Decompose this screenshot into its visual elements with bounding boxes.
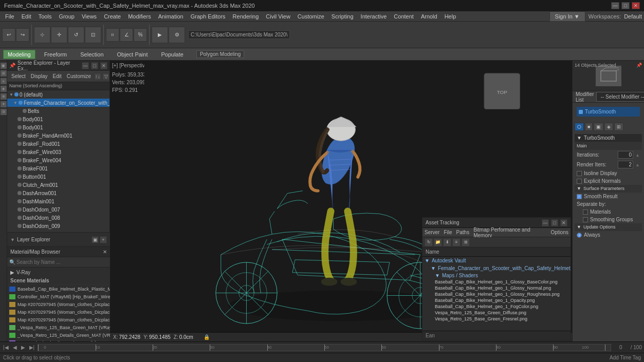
mat-item-2[interactable]: Map #2070297945 (Woman_clothes_Dicplace.… <box>7 300 110 308</box>
close-button[interactable]: ✕ <box>632 2 640 9</box>
tab-selection[interactable]: Selection <box>76 50 108 59</box>
menu-arnold[interactable]: Arnold <box>418 12 440 21</box>
polygon-modeling-label[interactable]: Polygon Modeling <box>196 50 245 58</box>
asset-file-1[interactable]: Baseball_Cap_Bike_Helmet_geo_1_Glossy_Ba… <box>422 279 571 285</box>
menu-graph-editors[interactable]: Graph Editors <box>188 12 229 21</box>
menu-create[interactable]: Create <box>101 12 124 21</box>
asset-menu-server[interactable]: Server <box>425 230 439 235</box>
asset-file-2[interactable]: Baseball_Cap_Bike_Helmet_geo_1_Glossy_No… <box>422 285 571 291</box>
undo-button[interactable]: ↩ <box>2 28 15 42</box>
turbosmooth-title[interactable]: ▼ TurboSmooth <box>575 134 642 142</box>
asset-file-4[interactable]: Baseball_Cap_Bike_Helmet_geo_1_Opacity.p… <box>422 297 571 303</box>
mat-search-input[interactable] <box>16 259 108 265</box>
timeline-play-btn[interactable]: ▶ <box>20 344 26 351</box>
tree-item-dashodom009[interactable]: DashOdom_009 <box>7 222 109 230</box>
menu-animation[interactable]: Animation <box>155 12 187 21</box>
menu-content[interactable]: Content <box>391 12 417 21</box>
tab-object-paint[interactable]: Object Paint <box>113 50 153 59</box>
asset-close-button[interactable]: ✕ <box>560 219 567 226</box>
layer-btn-1[interactable]: ▣ <box>91 236 99 243</box>
mat-item-6[interactable]: _Vespa_Retro_125_Details_Green_MAT (VRay… <box>7 331 110 339</box>
menu-file[interactable]: File <box>2 12 17 21</box>
asset-subgroup-file[interactable]: ▼ Female_Character_on_Scooter_with_Cap_S… <box>422 264 571 272</box>
sidebar-icon-4[interactable]: ◈ <box>1 86 7 92</box>
tab-populate[interactable]: Populate <box>156 50 188 59</box>
main-subsection[interactable]: Main <box>575 142 642 150</box>
mat-item-5[interactable]: _Vespa_Retro_125_Base_Green_MAT (VRayMtl… <box>7 323 110 331</box>
always-radio[interactable]: ● <box>577 233 582 238</box>
menu-modifiers[interactable]: Modifiers <box>125 12 154 21</box>
tree-item-body001-2[interactable]: Body001 <box>7 123 109 131</box>
tree-item-brakef-rod[interactable]: BrakeF_Rod001 <box>7 140 109 148</box>
asset-file-7[interactable]: Vespa_Retro_125_Base_Green_Fresnel.png <box>422 316 571 322</box>
mod-tab-2[interactable]: ■ <box>585 123 593 131</box>
pin-icon[interactable]: 📌 <box>636 63 642 68</box>
render-iters-input[interactable] <box>618 161 633 168</box>
percent-snap-button[interactable]: % <box>134 28 147 42</box>
asset-tb-2[interactable]: 📁 <box>434 238 442 246</box>
sidebar-icon-3[interactable]: ≡ <box>1 78 7 84</box>
select-button[interactable]: ⊹ <box>34 27 50 43</box>
layer-explorer[interactable]: ▼ Layer Explorer ▣ + <box>7 232 110 246</box>
sidebar-icon-6[interactable]: ✦ <box>1 101 7 107</box>
asset-group-vault[interactable]: ▼ Autodesk Vault <box>422 257 571 264</box>
mat-item-0[interactable]: Baseball_Cap_Bike_Helmet_Black_Plastic_M… <box>7 285 110 293</box>
modifier-dropdown[interactable]: -- Select Modifier -- <box>596 92 644 102</box>
tab-modeling[interactable]: Modeling <box>3 50 35 59</box>
scene-explorer-restore[interactable]: □ <box>91 62 98 69</box>
sidebar-icon-7[interactable]: ⚙ <box>1 109 7 115</box>
scale-button[interactable]: ⊡ <box>85 27 101 43</box>
scene-menu-select[interactable]: Select <box>9 73 28 80</box>
render-button[interactable]: ▶ <box>152 27 168 43</box>
menu-civil-view[interactable]: Civil View <box>263 12 293 21</box>
tree-item-dashodom007[interactable]: DashOdom_007 <box>7 205 109 214</box>
turbosmooth-entry[interactable]: TurboSmooth <box>579 109 638 115</box>
window-controls[interactable]: — □ ✕ <box>611 2 640 9</box>
asset-menu-options[interactable]: Options <box>551 230 568 235</box>
tree-item-clutch-arm[interactable]: Clutch_Arm001 <box>7 181 109 189</box>
scene-menu-edit[interactable]: Edit <box>51 73 64 80</box>
mat-close-icon[interactable]: ✕ <box>103 249 107 255</box>
mod-tab-1[interactable]: ⬡ <box>575 123 584 131</box>
asset-file-6[interactable]: Vespa_Retro_125_Base_Green_Diffuse.png <box>422 310 571 316</box>
tree-item-default[interactable]: ▼ 0 (default) <box>7 90 109 99</box>
asset-menu-file[interactable]: File <box>444 230 452 235</box>
asset-tb-5[interactable]: ⊞ <box>462 238 470 246</box>
scene-explorer-pin[interactable]: 📌 <box>9 63 15 68</box>
tree-item-dashmain[interactable]: DashMain001 <box>7 197 109 205</box>
materials-checkbox[interactable] <box>583 209 588 215</box>
timeline-next-btn[interactable]: ▶| <box>28 344 36 351</box>
iterations-input[interactable] <box>618 151 633 159</box>
smooth-result-checkbox[interactable]: ✓ <box>577 194 582 199</box>
tree-item-dashodom008[interactable]: DashOdom_008 <box>7 214 109 222</box>
asset-menu-bitmap[interactable]: Bitmap Performance and Memory <box>473 227 546 238</box>
menu-views[interactable]: Views <box>79 12 100 21</box>
isoline-checkbox[interactable] <box>577 171 582 176</box>
scene-menu-display[interactable]: Display <box>29 73 50 80</box>
asset-tb-4[interactable]: ≡ <box>452 238 461 246</box>
minimize-button[interactable]: — <box>611 2 619 9</box>
menu-help[interactable]: Help <box>441 12 459 21</box>
maximize-button[interactable]: □ <box>621 2 630 9</box>
asset-minimize-button[interactable]: — <box>542 219 549 226</box>
menu-scripting[interactable]: Scripting <box>328 12 357 21</box>
render-settings-button[interactable]: ⚙ <box>169 27 185 43</box>
mat-item-3[interactable]: Map #2070297945 (Woman_clothes_Dicplace.… <box>7 308 110 316</box>
menu-edit[interactable]: Edit <box>19 12 34 21</box>
asset-maximize-button[interactable]: □ <box>551 219 558 226</box>
asset-tb-1[interactable]: ↻ <box>425 238 433 246</box>
mod-tab-4[interactable]: ◈ <box>604 123 613 131</box>
scene-menu-customize[interactable]: Customize <box>65 73 93 80</box>
mat-search[interactable]: 🔍 <box>7 257 110 268</box>
move-button[interactable]: ✛ <box>51 27 67 43</box>
asset-menu-paths[interactable]: Paths <box>456 230 470 235</box>
snap-button[interactable]: ⌗ <box>106 28 119 42</box>
add-time-tag-btn[interactable]: Add Time Tag <box>610 355 641 360</box>
tree-item-dasharrow[interactable]: DashArrow001 <box>7 189 109 197</box>
scene-filter-btn[interactable]: ▽ <box>102 73 109 80</box>
sidebar-icon-5[interactable]: ⊕ <box>1 93 7 100</box>
tab-freeform[interactable]: Freeform <box>40 50 72 59</box>
timeline-prev-btn[interactable]: ◀ <box>12 344 18 351</box>
sidebar-icon-1[interactable]: ▣ <box>1 63 7 69</box>
iterations-up[interactable]: ▲ <box>635 153 640 158</box>
